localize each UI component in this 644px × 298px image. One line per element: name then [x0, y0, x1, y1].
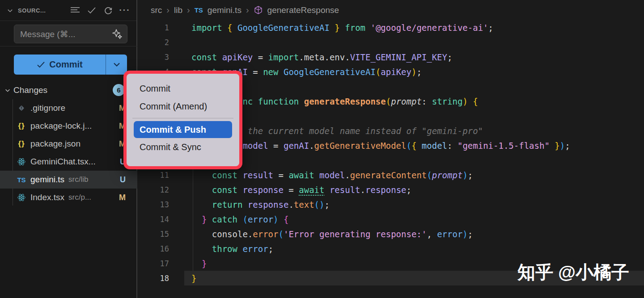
code-token: genAI [284, 141, 309, 151]
file-row-gitignore[interactable]: .gitignore M [0, 99, 137, 117]
code-token: } [555, 141, 559, 151]
commit-check-icon[interactable] [86, 5, 97, 16]
commit-button[interactable]: Commit [14, 55, 106, 75]
code-token: // Use the current model name instead of… [212, 126, 483, 136]
file-name: package.json [30, 139, 80, 149]
code-token: ) [462, 229, 467, 239]
code-line[interactable]: 14 } catch (error) { [138, 212, 644, 227]
cube-icon [254, 5, 263, 15]
code-token: console [212, 229, 248, 239]
file-row-gemini-ts[interactable]: TS gemini.ts src/lib U [0, 171, 137, 189]
code-token: await [288, 170, 314, 180]
code-token: error [253, 229, 278, 239]
code-token [191, 214, 202, 224]
code-token: const [212, 185, 243, 195]
code-token [191, 244, 212, 254]
source-control-sidebar: SOURC... ··· Message (⌘... [0, 0, 137, 298]
commit-button-label: Commit [49, 59, 82, 70]
commit-split-button: Commit [14, 55, 127, 75]
file-status-badge: U [120, 175, 126, 185]
code-line[interactable]: 16 throw error; [138, 241, 644, 256]
file-row-index-tsx[interactable]: Index.tsx src/p... M [0, 189, 137, 206]
code-line[interactable]: 13 return response.text(); [138, 197, 644, 212]
code-token: apiKey [222, 52, 253, 62]
menu-item-commit-and-sync[interactable]: Commit & Sync [127, 138, 239, 156]
code-token: ( [427, 170, 432, 180]
code-token: result [242, 170, 273, 180]
file-row-package-lock[interactable]: {} package-lock.j... M [0, 117, 137, 135]
breadcrumb-item-src[interactable]: src [151, 5, 162, 15]
watermark-text: 知乎 @小橘子 [517, 260, 629, 285]
file-path: src/p... [68, 193, 91, 202]
code-token: import [268, 52, 299, 62]
breadcrumb-item-symbol[interactable]: generateResponse [267, 5, 339, 15]
code-token: function [258, 97, 299, 106]
code-token: response [248, 200, 289, 210]
code-token: ( [386, 97, 391, 106]
file-row-geminichat[interactable]: GeminiChat.tsx... U [0, 153, 137, 171]
line-number[interactable]: 15 [138, 230, 169, 239]
code-token: . [309, 141, 314, 151]
code-token: result [330, 185, 360, 195]
code-token: text [294, 200, 314, 210]
refresh-icon[interactable] [103, 5, 114, 16]
commit-message-placeholder: Message (⌘... [14, 29, 107, 39]
line-number[interactable]: 1 [138, 23, 169, 32]
line-number[interactable]: 14 [138, 215, 169, 224]
line-number[interactable]: 12 [138, 185, 169, 194]
menu-separator [132, 118, 233, 118]
code-token: ; [268, 244, 273, 254]
code-token [191, 185, 212, 195]
code-line[interactable]: 3const apiKey = import.meta.env.VITE_GEM… [138, 50, 644, 64]
code-line[interactable]: 12 const response = await result.respons… [138, 182, 644, 197]
code-token: ) [560, 141, 565, 151]
breadcrumb-separator: › [166, 5, 169, 15]
sparkle-icon[interactable] [107, 28, 127, 40]
code-token: ; [468, 229, 473, 239]
changes-section-header[interactable]: Changes 6 [0, 82, 137, 99]
code-token [191, 200, 212, 210]
line-number[interactable]: 3 [138, 53, 169, 62]
code-token: catch [212, 214, 237, 224]
code-token [233, 23, 237, 33]
breadcrumb-item-lib[interactable]: lib [174, 5, 182, 15]
code-token [468, 97, 473, 106]
code-token: response [242, 185, 284, 195]
menu-item-commit-and-push[interactable]: Commit & Push [134, 121, 232, 138]
more-actions-icon[interactable]: ··· [119, 5, 130, 16]
code-token: GoogleGenerativeAI [237, 23, 330, 33]
chevron-down-icon[interactable] [4, 5, 15, 16]
code-token: = [253, 52, 268, 62]
code-token: generateResponse [304, 97, 386, 106]
code-token [324, 185, 329, 195]
line-number[interactable]: 17 [138, 259, 169, 268]
commit-message-input[interactable]: Message (⌘... [14, 25, 127, 43]
line-number[interactable]: 18 [138, 274, 169, 283]
code-line[interactable]: 2 [138, 35, 644, 50]
code-token: ; [407, 185, 411, 195]
code-token: } [191, 273, 196, 283]
view-as-list-icon[interactable] [70, 5, 80, 16]
line-number[interactable]: 16 [138, 244, 169, 253]
code-line[interactable]: 15 console.error('Error generating respo… [138, 227, 644, 241]
line-number[interactable]: 11 [138, 171, 169, 180]
line-number[interactable]: 2 [138, 38, 169, 47]
annotation-highlight-box: Commit Commit (Amend) Commit & Push Comm… [123, 71, 242, 169]
code-line[interactable]: 11 const result = await model.generateCo… [138, 168, 644, 182]
code-token [365, 23, 370, 33]
code-token [191, 229, 212, 239]
source-control-titlebar: SOURC... ··· [0, 0, 136, 21]
code-line[interactable]: 1import { GoogleGenerativeAI } from '@go… [138, 20, 644, 35]
breadcrumb-item-file[interactable]: gemini.ts [208, 5, 242, 15]
code-token: error [242, 244, 268, 254]
breadcrumb: src › lib › TS gemini.ts › generateRespo… [138, 0, 644, 20]
code-token: return [212, 200, 243, 210]
breadcrumb-separator: › [187, 5, 190, 15]
menu-item-commit-amend[interactable]: Commit (Amend) [127, 97, 239, 115]
menu-item-commit[interactable]: Commit [127, 80, 239, 97]
commit-dropdown-button[interactable] [106, 55, 127, 75]
code-token: getGenerativeModel [314, 141, 407, 151]
line-number[interactable]: 13 [138, 200, 169, 209]
file-row-package-json[interactable]: {} package.json M [0, 135, 137, 153]
breadcrumb-separator: › [246, 5, 249, 15]
